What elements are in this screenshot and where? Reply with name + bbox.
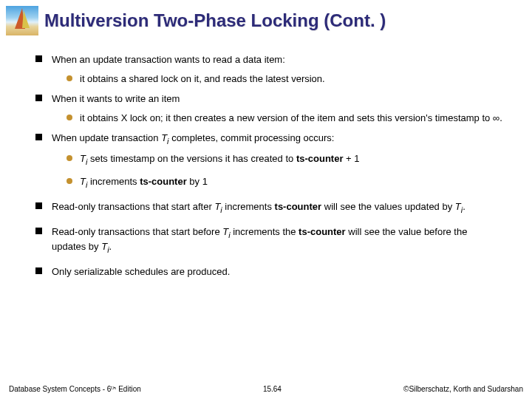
logo-icon [6,6,38,35]
bullet-serializable: Only serializable schedules are produced… [52,265,502,279]
slide-footer: Database System Concepts - 6ᵗʰ Edition 1… [0,385,532,393]
subbullet-shared-lock: it obtains a shared lock on it, and read… [80,72,502,86]
infinity-symbol: ∞ [493,112,499,123]
text: will see the values updated by [321,201,455,212]
t-var: T [80,153,86,164]
ts-counter: ts-counter [275,201,322,212]
slide-content: When an update transaction wants to read… [0,35,532,279]
text: Read-only transactions that start before [52,226,222,237]
text: sets timestamp on the versions it has cr… [87,153,296,164]
text: by 1 [187,176,208,187]
bullet-write-item: When it wants to write an item [52,92,502,106]
bullet-readonly-before: Read-only transactions that start before… [52,225,502,255]
ts-counter: ts-counter [296,153,344,164]
text: increments [87,176,140,187]
footer-left: Database System Concepts - 6ᵗʰ Edition [9,385,141,393]
bullet-readonly-after: Read-only transactions that start after … [52,200,502,215]
ts-counter: ts-counter [299,226,346,237]
text: increments the [231,226,299,237]
text: Read-only transactions that start after [52,201,214,212]
text: it obtains X lock on; it then creates a … [80,112,493,123]
subbullet-x-lock: it obtains X lock on; it then creates a … [80,112,502,125]
text: . [109,241,112,252]
subbullet-set-timestamp: Ti sets timestamp on the versions it has… [80,152,502,167]
text: When update transaction [52,132,161,143]
t-var: T [80,176,86,187]
t-var: T [161,132,167,143]
footer-center: 15.64 [263,385,282,393]
ts-counter: ts-counter [140,176,187,187]
footer-right: ©Silberschatz, Korth and Sudarshan [403,385,523,393]
text: increments [222,201,275,212]
text: completes, commit processing occurs: [169,132,335,143]
subbullet-increment-counter: Ti increments ts-counter by 1 [80,175,502,190]
text: . [463,201,466,212]
bullet-read-item: When an update transaction wants to read… [52,53,502,66]
slide-header: Multiversion Two-Phase Locking (Cont. ) [0,0,532,35]
t-var: T [222,226,228,237]
bullet-commit: When update transaction Ti completes, co… [52,132,502,146]
t-var: T [101,241,107,252]
slide-title: Multiversion Two-Phase Locking (Cont. ) [44,10,386,31]
t-var: T [455,201,461,212]
text: . [499,112,502,123]
text: + 1 [343,153,359,164]
